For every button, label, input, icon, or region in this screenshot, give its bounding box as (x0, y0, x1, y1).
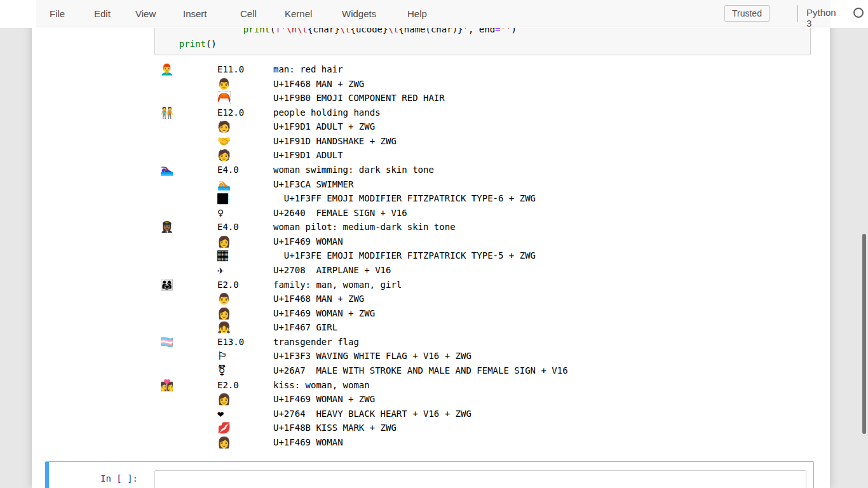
emoji-component-row: 🦰U+1F9B0 EMOJI COMPONENT RED HAIR (160, 91, 802, 105)
emoji-version: E12.0 (217, 105, 244, 120)
emoji-glyph: 👩 (217, 234, 231, 249)
codepoint-description: U+1F469 WOMAN (273, 435, 343, 450)
menu-item-cell[interactable]: Cell (240, 0, 257, 27)
codepoint-description: U+1F468 MAN + ZWG (273, 77, 364, 92)
emoji-description: transgender flag (273, 335, 359, 349)
codepoint-description: U+1F9D1 ADULT + ZWG (273, 119, 375, 134)
emoji-glyph: 👨‍👩‍👧 (160, 278, 173, 292)
codepoint-description: U+1F48B KISS MARK + ZWG (273, 421, 397, 435)
emoji-description: woman pilot: medium-dark skin tone (273, 220, 456, 234)
emoji-component-row: ♀U+2640 FEMALE SIGN + V16 (160, 206, 802, 220)
emoji-version: E11.0 (217, 62, 244, 77)
emoji-glyph: ❤ (217, 407, 224, 421)
emoji-component-row: ✈U+2708 AIRPLANE + V16 (160, 263, 802, 278)
emoji-component-row: 🧑U+1F9D1 ADULT + ZWG (160, 119, 802, 134)
emoji-component-row: 👧U+1F467 GIRL (160, 320, 802, 335)
emoji-component-row: 🤝U+1F91D HANDSHAKE + ZWG (160, 134, 802, 149)
emoji-version: E4.0 (217, 220, 239, 234)
kernel-divider (797, 5, 798, 22)
emoji-glyph: 💋 (217, 421, 231, 435)
emoji-version: E2.0 (217, 378, 239, 393)
emoji-glyph: 🦰 (217, 91, 231, 105)
emoji-component-row: 👩U+1F469 WOMAN (160, 234, 802, 249)
codepoint-description: U+1F469 WOMAN + ZWG (273, 306, 375, 321)
emoji-glyph: 🏿 (217, 191, 228, 206)
emoji-glyph: 🧑 (217, 119, 231, 134)
emoji-main-row: 🏳️‍⚧️E13.0transgender flag (160, 335, 802, 349)
menubar: FileEditViewInsertCellKernelWidgetsHelp … (36, 0, 831, 27)
codepoint-description: U+1F3FE EMOJI MODIFIER FITZPATRICK TYPE-… (273, 248, 536, 263)
emoji-glyph: 🤝 (217, 134, 231, 149)
emoji-description: kiss: woman, woman (273, 378, 370, 393)
emoji-version: E2.0 (217, 278, 239, 292)
emoji-component-row: 👨U+1F468 MAN + ZWG (160, 292, 802, 306)
codepoint-description: U+26A7 MALE WITH STROKE AND MALE AND FEM… (273, 363, 568, 378)
codepoint-description: U+2764 HEAVY BLACK HEART + V16 + ZWG (273, 407, 471, 421)
codepoint-description: U+1F469 WOMAN (273, 234, 343, 249)
emoji-version: E4.0 (217, 163, 239, 177)
menu-item-widgets[interactable]: Widgets (342, 0, 376, 27)
emoji-main-row: 👨‍👩‍👧E2.0family: man, woman, girl (160, 278, 802, 292)
menu-item-view[interactable]: View (135, 0, 156, 27)
emoji-description: family: man, woman, girl (273, 278, 402, 292)
empty-code-input[interactable] (154, 470, 806, 488)
emoji-component-row: 👩U+1F469 WOMAN + ZWG (160, 306, 802, 321)
emoji-glyph: 👩 (217, 435, 231, 450)
emoji-version: E13.0 (217, 335, 244, 349)
emoji-glyph: 👩🏾‍✈️ (160, 220, 173, 234)
emoji-glyph: 🧑 (217, 148, 231, 163)
emoji-glyph: ⚧ (217, 363, 226, 378)
emoji-description: man: red hair (273, 62, 343, 77)
emoji-component-row: 💋U+1F48B KISS MARK + ZWG (160, 421, 802, 435)
emoji-description: people holding hands (273, 105, 381, 120)
codepoint-description: U+1F467 GIRL (273, 320, 337, 335)
emoji-glyph: 🏳️‍⚧️ (160, 335, 173, 349)
codepoint-description: U+1F9B0 EMOJI COMPONENT RED HAIR (273, 91, 445, 105)
codepoint-description: U+1F3F3 WAVING WHITE FLAG + V16 + ZWG (273, 349, 471, 363)
codepoint-description: U+1F469 WOMAN + ZWG (273, 392, 375, 407)
emoji-glyph: ✈ (217, 263, 224, 278)
codepoint-description: U+1F9D1 ADULT (273, 148, 343, 163)
emoji-glyph: 🏾 (217, 248, 228, 263)
codepoint-description: U+2708 AIRPLANE + V16 (273, 263, 391, 278)
input-prompt: In [ ]: (100, 473, 138, 484)
emoji-component-row: 👩U+1F469 WOMAN (160, 435, 802, 450)
emoji-glyph: 🏊🏿‍♀️ (160, 163, 173, 177)
menu-item-file[interactable]: File (50, 0, 65, 27)
emoji-glyph: 👨 (217, 292, 231, 306)
emoji-component-row: ❤U+2764 HEAVY BLACK HEART + V16 + ZWG (160, 407, 802, 421)
emoji-glyph: 🏊 (217, 177, 231, 192)
emoji-component-row: 🧑U+1F9D1 ADULT (160, 148, 802, 163)
emoji-component-row: 🏿 U+1F3FF EMOJI MODIFIER FITZPATRICK TYP… (160, 191, 802, 206)
selected-empty-cell[interactable]: In [ ]: (45, 461, 814, 488)
emoji-main-row: 👨‍🦰E11.0man: red hair (160, 62, 802, 77)
trusted-button[interactable]: Trusted (724, 5, 770, 22)
codepoint-description: U+2640 FEMALE SIGN + V16 (273, 206, 407, 220)
kernel-idle-icon (853, 8, 864, 18)
codepoint-description: U+1F3FF EMOJI MODIFIER FITZPATRICK TYPE-… (273, 191, 536, 206)
emoji-component-row: 🏊U+1F3CA SWIMMER (160, 177, 802, 192)
codepoint-description: U+1F91D HANDSHAKE + ZWG (273, 134, 397, 149)
emoji-glyph: 🧑‍🤝‍🧑 (160, 105, 173, 120)
emoji-main-row: 🏊🏿‍♀️E4.0woman swimming: dark skin tone (160, 163, 802, 177)
menu-item-insert[interactable]: Insert (183, 0, 207, 27)
menu-item-edit[interactable]: Edit (94, 0, 111, 27)
emoji-glyph: 👩 (217, 392, 231, 407)
emoji-glyph: 👧 (217, 320, 231, 335)
emoji-main-row: 🧑‍🤝‍🧑E12.0people holding hands (160, 105, 802, 120)
emoji-glyph: 👨‍🦰 (160, 62, 173, 77)
emoji-glyph: 🏳 (217, 349, 228, 363)
scrollbar-thumb[interactable] (862, 234, 866, 434)
emoji-glyph: 👨 (217, 77, 231, 92)
emoji-component-row: 🏳U+1F3F3 WAVING WHITE FLAG + V16 + ZWG (160, 349, 802, 363)
codepoint-description: U+1F468 MAN + ZWG (273, 292, 364, 306)
emoji-component-row: 👩U+1F469 WOMAN + ZWG (160, 392, 802, 407)
emoji-component-row: ⚧U+26A7 MALE WITH STROKE AND MALE AND FE… (160, 363, 802, 378)
emoji-description: woman swimming: dark skin tone (273, 163, 434, 177)
output-area: 👨‍🦰E11.0man: red hair👨U+1F468 MAN + ZWG🦰… (160, 62, 802, 454)
emoji-component-row: 👨U+1F468 MAN + ZWG (160, 77, 802, 92)
menu-item-kernel[interactable]: Kernel (285, 0, 312, 27)
codepoint-description: U+1F3CA SWIMMER (273, 177, 353, 192)
emoji-main-row: 👩‍❤️‍💋‍👩E2.0kiss: woman, woman (160, 378, 802, 393)
menu-item-help[interactable]: Help (407, 0, 427, 27)
